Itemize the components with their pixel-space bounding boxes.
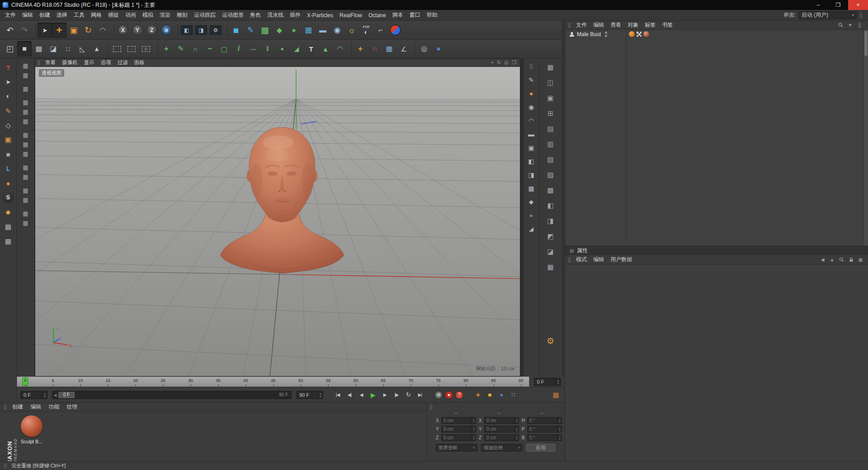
clone-tool-icon[interactable]: ▦ — [301, 23, 316, 38]
environment-icon[interactable]: PSR◐ — [359, 23, 373, 38]
tool-palette-6-icon[interactable]: ▥ — [542, 137, 559, 151]
visibility-dots-icon[interactable] — [605, 32, 607, 37]
grid-lock-tool-icon[interactable]: ▦ — [2, 220, 14, 233]
lock-workplane-icon[interactable]: ● — [431, 41, 446, 56]
tool-palette-10-icon[interactable]: ◧ — [542, 198, 559, 212]
workplane-mode-icon[interactable]: ◪ — [46, 41, 61, 56]
lasso-selection-icon[interactable]: ◌ — [124, 41, 139, 56]
sculpt-tag-icon[interactable] — [629, 31, 635, 37]
coord-column-header[interactable]: -- — [436, 410, 476, 416]
record-rotation-button[interactable]: ● — [496, 390, 507, 400]
render-picture-viewer-icon[interactable]: ◨ — [194, 23, 208, 38]
material-name[interactable]: Sculpt B... — [18, 439, 45, 444]
material-menu-item-2[interactable]: 编辑 — [27, 403, 45, 411]
weld-icon[interactable]: ● — [275, 41, 289, 56]
coord-column-header[interactable]: -- — [522, 410, 562, 416]
bake-tool-icon[interactable]: ◆ — [2, 206, 14, 218]
pan-view-icon[interactable]: + — [491, 60, 494, 66]
lock-z-axis-icon[interactable]: Z — [145, 23, 159, 38]
coord-input-z[interactable]: 0 cm▴▾ — [441, 434, 476, 441]
zoom-view-icon[interactable]: ◎ — [505, 60, 509, 66]
tool-palette-1-icon[interactable]: ▦ — [542, 60, 559, 74]
tool-palette-4-icon[interactable]: ⊞ — [542, 106, 559, 120]
palette-handle-icon[interactable]: ⣿ — [525, 60, 538, 72]
menu-item-19[interactable]: Octane — [365, 12, 389, 19]
deformer-icon[interactable]: ● — [287, 23, 301, 38]
pull-tool-icon[interactable]: ◉ — [525, 101, 538, 113]
line-cut-icon[interactable]: / — [231, 41, 246, 56]
spline-pen-icon[interactable]: ✎ — [243, 23, 258, 38]
menu-item-20[interactable]: 脚本 — [389, 11, 406, 19]
layout-preset-icon[interactable]: ▦ — [20, 149, 32, 159]
menu-item-16[interactable]: 插件 — [287, 11, 304, 19]
nav-back-icon[interactable]: ◀ — [820, 257, 826, 263]
settings-gear-icon[interactable]: ⚙ — [542, 334, 559, 348]
coord-input-z[interactable]: 0 cm▴▾ — [484, 434, 519, 441]
scale-mode-dropdown[interactable]: 缩放比例 ▾ — [481, 444, 523, 451]
light-icon[interactable]: ☼ — [344, 23, 359, 38]
polygons-mode-icon[interactable]: ▲ — [90, 41, 104, 56]
keyframe-help-button[interactable]: ? — [455, 391, 463, 399]
object-manager-menu-item-3[interactable]: 查看 — [607, 21, 624, 29]
fill-tool-icon[interactable]: ▩ — [525, 182, 538, 194]
no-autokey-button[interactable]: ⊘ — [434, 391, 443, 399]
menu-item-1[interactable]: 文件 — [2, 11, 19, 19]
coord-input-h[interactable]: 0 °▴▾ — [527, 417, 562, 424]
layout-preset-icon[interactable]: ▦ — [20, 70, 32, 80]
sculpt-brush-icon[interactable]: ● — [525, 87, 538, 99]
prev-key-button[interactable]: ◀| — [344, 390, 355, 400]
grid-snap-tool-icon[interactable]: ▦ — [2, 235, 14, 247]
viewport-scene[interactable]: Y X — [35, 67, 520, 376]
coord-input-p[interactable]: 0 °▴▾ — [527, 426, 562, 432]
stepper-icon[interactable]: ▴▾ — [557, 418, 561, 423]
stepper-icon[interactable]: ▴▾ — [557, 426, 561, 432]
prev-frame-button[interactable]: ◀ — [356, 390, 367, 400]
filter-icon[interactable]: ▼ — [847, 22, 853, 28]
viewport-menu-item-5[interactable]: 过滤 — [114, 59, 131, 66]
undo-icon[interactable]: ↶ — [3, 23, 17, 38]
menu-item-12[interactable]: 运动跟踪 — [191, 11, 219, 19]
sphere-tool-icon[interactable]: ◐ — [2, 90, 14, 103]
poly-selection-icon[interactable]: ◇ — [139, 41, 153, 56]
lock-y-axis-icon[interactable]: Y — [130, 23, 145, 38]
stepper-icon[interactable]: ▴▾ — [557, 435, 561, 441]
tool-palette-14-icon[interactable]: ▦ — [542, 260, 559, 274]
menu-item-2[interactable]: 编辑 — [19, 11, 36, 19]
menu-item-22[interactable]: 帮助 — [424, 11, 441, 19]
layout-preset-icon[interactable]: ▦ — [20, 140, 32, 149]
tool-palette-9-icon[interactable]: ▩ — [542, 183, 559, 197]
menu-item-14[interactable]: 角色 — [247, 11, 264, 19]
viewport-menu-item-6[interactable]: 面板 — [131, 59, 148, 66]
stepper-icon[interactable]: ▴▾ — [514, 435, 519, 441]
stepper-icon[interactable]: ▴▾ — [318, 391, 323, 399]
layout-preset-icon[interactable]: ▦ — [20, 195, 32, 205]
redo-icon[interactable]: ↷ — [17, 23, 32, 38]
draw-tool-icon[interactable]: ✎ — [525, 74, 538, 86]
coord-column-header[interactable]: -- — [479, 410, 519, 416]
layout-preset-icon[interactable]: ▦ — [20, 117, 32, 126]
object-manager-menu-item-2[interactable]: 编辑 — [590, 21, 607, 29]
grid-icon[interactable]: ▦ — [858, 257, 863, 263]
layout-preset-icon[interactable]: ▦ — [20, 98, 32, 107]
cube-tool-icon[interactable]: ■ — [2, 148, 14, 160]
object-manager-scrollbar[interactable] — [863, 30, 868, 246]
edges-mode-icon[interactable]: ◺ — [75, 41, 90, 56]
viewport-scrollbar[interactable] — [520, 58, 524, 376]
power-slider[interactable]: ◀ 0 F 90 F — [52, 391, 292, 399]
minimize-button[interactable]: – — [808, 0, 828, 10]
rect-selection-icon[interactable] — [110, 41, 124, 56]
close-button[interactable]: × — [848, 0, 868, 10]
attributes-menu-item-1[interactable]: 模式 — [573, 256, 590, 263]
stepper-icon[interactable]: ▴▾ — [472, 418, 476, 423]
viewport-solo-icon[interactable]: ◎ — [417, 41, 431, 56]
brush-icon[interactable]: ~ — [203, 41, 217, 56]
attributes-menu-item-3[interactable]: 用户数据 — [607, 256, 635, 263]
tool-palette-3-icon[interactable]: ▣ — [542, 91, 559, 105]
interface-dropdown[interactable]: 启动 (用户) ▾ — [799, 11, 857, 19]
coord-input-b[interactable]: 0 °▴▾ — [527, 434, 562, 441]
menu-item-15[interactable]: 流水线 — [264, 11, 287, 19]
enable-axis-icon[interactable]: + — [353, 41, 368, 56]
live-selection-icon[interactable]: ➤ — [38, 23, 52, 38]
points-mode-icon[interactable]: ∷ — [61, 41, 75, 56]
object-manager-menu-item-4[interactable]: 对象 — [624, 21, 642, 29]
